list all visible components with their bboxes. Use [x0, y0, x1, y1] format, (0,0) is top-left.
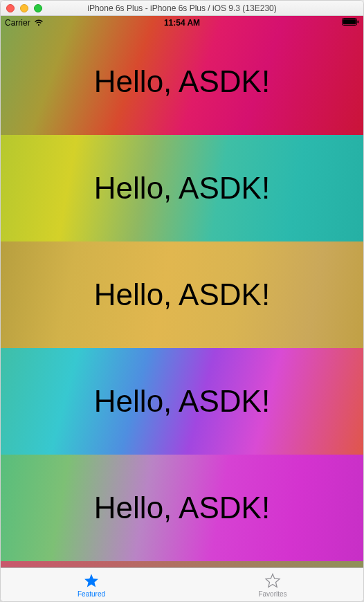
zoom-button[interactable] — [34, 4, 42, 12]
tab-featured[interactable]: Featured — [1, 568, 182, 601]
row-label: Hello, ASDK! — [94, 171, 270, 206]
row-label: Hello, ASDK! — [94, 491, 270, 525]
tab-label: Favorites — [258, 590, 286, 598]
tab-bar: Featured Favorites — [1, 567, 363, 601]
minimize-button[interactable] — [20, 4, 28, 12]
simulator-screen: Carrier 11:54 AM Hello, ASDK! Hello, ASD… — [1, 16, 363, 601]
table-row[interactable]: Hello, ASDK! — [1, 241, 363, 348]
row-label: Hello, ASDK! — [94, 384, 270, 419]
status-time: 11:54 AM — [1, 18, 363, 28]
titlebar[interactable]: iPhone 6s Plus - iPhone 6s Plus / iOS 9.… — [1, 1, 363, 16]
close-button[interactable] — [6, 4, 15, 12]
status-bar: Carrier 11:54 AM — [1, 16, 363, 30]
table-row[interactable]: Hello, ASDK! — [1, 135, 363, 241]
table-row[interactable]: Hello, ASDK! — [1, 16, 363, 135]
simulator-window: iPhone 6s Plus - iPhone 6s Plus / iOS 9.… — [0, 0, 364, 602]
table-row[interactable] — [1, 561, 363, 567]
table-row[interactable]: Hello, ASDK! — [1, 455, 363, 561]
star-filled-icon — [82, 572, 100, 590]
window-title: iPhone 6s Plus - iPhone 6s Plus / iOS 9.… — [1, 3, 363, 13]
row-label: Hello, ASDK! — [94, 64, 270, 99]
table-view[interactable]: Hello, ASDK! Hello, ASDK! Hello, ASDK! H… — [1, 16, 363, 567]
tab-label: Featured — [78, 590, 105, 598]
star-outline-icon — [264, 572, 282, 590]
traffic-lights — [6, 4, 42, 12]
row-label: Hello, ASDK! — [94, 277, 270, 312]
tab-favorites[interactable]: Favorites — [182, 568, 363, 601]
table-row[interactable]: Hello, ASDK! — [1, 348, 363, 455]
